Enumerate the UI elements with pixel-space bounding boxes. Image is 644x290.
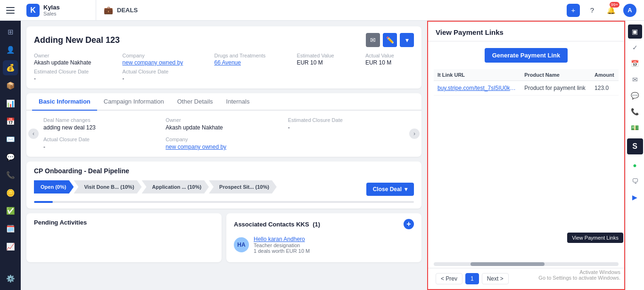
drugs-link[interactable]: 66 Avenue — [214, 59, 285, 66]
tab-actual-closure-item: Actual Closure Date - — [43, 137, 160, 150]
sidebar-item-phone[interactable]: 📞 — [3, 168, 18, 183]
tab-internals[interactable]: Internals — [220, 93, 256, 111]
rs-phone-button[interactable]: 📞 — [628, 105, 642, 119]
next-page-button[interactable]: Next > — [482, 273, 509, 284]
rs-chat-button[interactable]: 💬 — [628, 89, 642, 103]
logo-icon: K — [26, 4, 40, 17]
stage-open[interactable]: Open (0%) — [34, 180, 74, 193]
payment-panel-header: View Payment Links — [428, 22, 624, 41]
sidebar-item-dashboard[interactable]: ⊞ — [3, 24, 18, 40]
info-grid: Deal Name changes adding new deal 123 Ow… — [34, 117, 414, 150]
rs-dollar-button[interactable]: 💵 — [628, 121, 642, 135]
tab-content-area: ‹ Deal Name changes adding new deal 123 … — [26, 111, 421, 157]
actual-closure-group: Actual Closure Date - — [123, 69, 203, 82]
page-1-button[interactable]: 1 — [465, 273, 479, 284]
email-button[interactable]: ✉ — [366, 33, 380, 47]
pipeline-card: CP Onboarding - Deal Pipeline Open (0%) … — [26, 161, 421, 209]
payment-product-name: Product for payment link — [520, 81, 591, 96]
svg-rect-1 — [6, 10, 15, 11]
tab-company-link[interactable]: new company owned by — [165, 144, 282, 150]
tab-company-item: Company new company owned by — [165, 137, 282, 150]
sidebar-item-products[interactable]: 📦 — [3, 78, 18, 93]
rs-layout-button[interactable]: ▣ — [628, 24, 642, 39]
deal-header-card: Adding New Deal 123 ✉ ✏️ ▾ Owner Akash u… — [26, 26, 421, 89]
tab-next-arrow[interactable]: › — [409, 129, 420, 139]
prev-page-button[interactable]: < Prev — [436, 273, 462, 284]
pipeline-stages: Open (0%) Visit Done B... (10%) Applicat… — [34, 180, 277, 193]
sidebar-item-calendar[interactable]: 📅 — [3, 114, 18, 129]
rs-calendar-button[interactable]: 📅 — [628, 56, 642, 71]
app-name: Kylas Sales — [43, 4, 60, 16]
bottom-row: Pending Activities Associated Contacts K… — [26, 213, 421, 262]
pipeline-progress-bar — [34, 201, 414, 203]
activate-windows-watermark: Activate Windows Go to Settings to activ… — [538, 269, 620, 281]
associated-contacts-card: Associated Contacts KKS (1) + HA Hello k… — [226, 213, 421, 262]
add-contact-button[interactable]: + — [404, 219, 414, 229]
sidebar-item-email[interactable]: ✉️ — [3, 132, 18, 147]
user-avatar[interactable]: A — [623, 4, 636, 17]
tab-other-details[interactable]: Other Details — [171, 93, 220, 111]
tab-closure-item: Estimated Closure Date - — [288, 117, 405, 131]
notification-button[interactable]: 🔔 99+ — [604, 4, 618, 17]
associated-contacts-title: Associated Contacts KKS (1) + — [234, 219, 414, 229]
sidebar-item-analytics[interactable]: 📈 — [3, 239, 18, 254]
add-button[interactable]: + — [567, 4, 580, 17]
deals-icon: 💼 — [104, 6, 113, 15]
pending-activities-card: Pending Activities — [26, 213, 222, 262]
company-link[interactable]: new company owned by — [123, 59, 203, 66]
pending-activities-title: Pending Activities — [34, 219, 214, 226]
deal-title: Adding New Deal 123 — [34, 35, 120, 45]
payment-links-panel: View Payment Links Generate Payment Link… — [427, 21, 625, 290]
owner-group: Owner Akash update Nakhate — [34, 53, 111, 66]
contact-info: Hello karan Andhero Teacher designation … — [254, 236, 310, 254]
deal-name-item: Deal Name changes adding new deal 123 — [43, 117, 160, 131]
company-group: Company new company owned by — [123, 53, 203, 66]
sidebar-item-tasks[interactable]: ✅ — [3, 203, 18, 218]
table-row: buy.stripe.com/test_7sI5IU0k9aYPcJg8xu P… — [434, 81, 619, 96]
app-logo: K Kylas Sales — [21, 0, 96, 20]
col-product-name: Product Name — [520, 69, 591, 81]
deal-actions: ✉ ✏️ ▾ — [366, 33, 414, 47]
stage-prospect[interactable]: Prospect Sit... (10%) — [209, 180, 277, 193]
sidebar-item-schedule[interactable]: 🗓️ — [3, 221, 18, 236]
hamburger-menu[interactable] — [0, 0, 21, 21]
contact-name[interactable]: Hello karan Andhero — [254, 236, 310, 242]
rs-check-button[interactable]: ✓ — [628, 40, 642, 55]
estimated-value-group: Estimated Value EUR 10 M — [297, 53, 354, 66]
tab-owner-item: Owner Akash update Nakhate — [165, 117, 282, 131]
tab-campaign-information[interactable]: Campaign Information — [97, 93, 171, 111]
stage-visit[interactable]: Visit Done B... (10%) — [74, 180, 141, 193]
rs-green-dot-button[interactable]: ● — [628, 158, 642, 172]
generate-payment-link-button[interactable]: Generate Payment Link — [485, 48, 568, 63]
pipeline-title: CP Onboarding - Deal Pipeline — [34, 167, 414, 175]
payment-table: It Link URL Product Name Amount buy.stri… — [434, 69, 619, 96]
edit-button[interactable]: ✏️ — [383, 33, 397, 47]
rs-email-button[interactable]: ✉ — [628, 72, 642, 87]
sidebar-item-deals[interactable]: 💰 — [3, 60, 18, 75]
sidebar-item-billing[interactable]: 🪙 — [3, 185, 18, 201]
sidebar-item-reports[interactable]: 📊 — [3, 96, 18, 111]
contact-deals: 1 deals worth EUR 10 M — [254, 248, 310, 254]
svg-rect-2 — [6, 13, 15, 14]
more-button[interactable]: ▾ — [400, 33, 414, 47]
right-sidebar: ▣ ✓ 📅 ✉ 💬 📞 💵 View Payment Links S ● 🗨 ▶ — [625, 21, 644, 290]
sidebar-item-contacts[interactable]: 👤 — [3, 42, 18, 57]
tabs-card: Basic Information Campaign Information O… — [26, 93, 421, 157]
rs-message-button[interactable]: 🗨 — [628, 174, 642, 188]
col-amount: Amount — [591, 69, 619, 81]
payment-table-wrapper: It Link URL Product Name Amount buy.stri… — [428, 69, 624, 260]
payment-amount: 123.0 — [591, 81, 619, 96]
tab-basic-information[interactable]: Basic Information — [32, 93, 97, 111]
rs-arrow-button[interactable]: ▶ — [628, 190, 642, 204]
actual-value-group: Actual Value EUR 10 M — [365, 53, 414, 66]
tab-prev-arrow[interactable]: ‹ — [28, 129, 39, 139]
rs-stripe-button[interactable]: S — [627, 138, 643, 154]
closure-date-group: Estimated Closure Date - — [34, 69, 111, 82]
help-button[interactable]: ? — [586, 4, 599, 17]
sidebar-item-chat[interactable]: 💬 — [3, 150, 18, 165]
close-deal-button[interactable]: Close Deal ▾ — [366, 183, 414, 196]
tooltip-payment-links: View Payment Links — [567, 233, 623, 243]
payment-link-url[interactable]: buy.stripe.com/test_7sI5IU0k9aYPcJg8xu — [434, 81, 520, 96]
sidebar-item-settings[interactable]: ⚙️ — [3, 271, 18, 286]
stage-application[interactable]: Application ... (10%) — [142, 180, 209, 193]
